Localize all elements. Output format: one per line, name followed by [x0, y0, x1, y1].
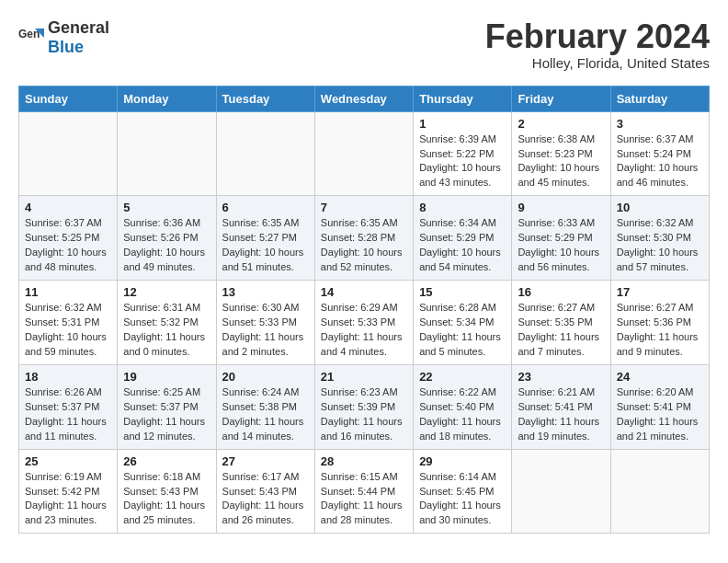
- day-detail: Sunrise: 6:31 AM Sunset: 5:32 PM Dayligh…: [123, 301, 210, 360]
- calendar-day-cell: 4Sunrise: 6:37 AM Sunset: 5:25 PM Daylig…: [19, 196, 118, 281]
- day-number: 28: [321, 454, 407, 468]
- day-number: 8: [419, 201, 506, 214]
- day-detail: Sunrise: 6:15 AM Sunset: 5:44 PM Dayligh…: [321, 470, 407, 529]
- calendar-day-cell: 20Sunrise: 6:24 AM Sunset: 5:38 PM Dayli…: [216, 364, 314, 449]
- calendar-day-cell: 1Sunrise: 6:39 AM Sunset: 5:22 PM Daylig…: [414, 111, 512, 196]
- day-detail: Sunrise: 6:27 AM Sunset: 5:36 PM Dayligh…: [617, 301, 703, 360]
- day-number: 26: [123, 454, 210, 468]
- calendar-week-row: 1Sunrise: 6:39 AM Sunset: 5:22 PM Daylig…: [19, 111, 710, 196]
- calendar-day-cell: 15Sunrise: 6:28 AM Sunset: 5:34 PM Dayli…: [414, 281, 512, 365]
- day-detail: Sunrise: 6:37 AM Sunset: 5:25 PM Dayligh…: [25, 216, 111, 275]
- day-detail: Sunrise: 6:17 AM Sunset: 5:43 PM Dayligh…: [222, 470, 309, 529]
- logo: Gen General Blue: [18, 18, 109, 57]
- calendar-weekday-thursday: Thursday: [414, 86, 512, 111]
- day-detail: Sunrise: 6:24 AM Sunset: 5:38 PM Dayligh…: [222, 385, 309, 444]
- day-detail: Sunrise: 6:35 AM Sunset: 5:28 PM Dayligh…: [321, 216, 407, 275]
- logo-icon: Gen: [18, 25, 44, 51]
- day-number: 4: [25, 201, 111, 214]
- day-number: 11: [25, 285, 111, 299]
- day-number: 15: [419, 285, 506, 299]
- calendar-day-cell: [19, 111, 118, 196]
- logo-blue: Blue: [48, 38, 84, 56]
- calendar-week-row: 11Sunrise: 6:32 AM Sunset: 5:31 PM Dayli…: [19, 281, 710, 365]
- day-number: 23: [518, 370, 604, 384]
- day-number: 7: [321, 201, 407, 214]
- calendar-day-cell: 3Sunrise: 6:37 AM Sunset: 5:24 PM Daylig…: [610, 111, 709, 196]
- day-detail: Sunrise: 6:28 AM Sunset: 5:34 PM Dayligh…: [419, 301, 506, 360]
- day-number: 17: [617, 285, 703, 299]
- day-detail: Sunrise: 6:30 AM Sunset: 5:33 PM Dayligh…: [222, 301, 309, 360]
- calendar-day-cell: 12Sunrise: 6:31 AM Sunset: 5:32 PM Dayli…: [118, 281, 216, 365]
- calendar-week-row: 4Sunrise: 6:37 AM Sunset: 5:25 PM Daylig…: [19, 196, 710, 281]
- day-detail: Sunrise: 6:19 AM Sunset: 5:42 PM Dayligh…: [25, 470, 111, 529]
- day-detail: Sunrise: 6:32 AM Sunset: 5:30 PM Dayligh…: [617, 216, 703, 275]
- day-detail: Sunrise: 6:22 AM Sunset: 5:40 PM Dayligh…: [419, 385, 506, 444]
- day-number: 27: [222, 454, 309, 468]
- main-title: February 2024: [485, 18, 710, 55]
- calendar-day-cell: 9Sunrise: 6:33 AM Sunset: 5:29 PM Daylig…: [512, 196, 610, 281]
- calendar-weekday-tuesday: Tuesday: [216, 86, 314, 111]
- day-detail: Sunrise: 6:29 AM Sunset: 5:33 PM Dayligh…: [321, 301, 407, 360]
- calendar-table: SundayMondayTuesdayWednesdayThursdayFrid…: [18, 86, 710, 534]
- day-number: 20: [222, 370, 309, 384]
- day-detail: Sunrise: 6:25 AM Sunset: 5:37 PM Dayligh…: [123, 385, 210, 444]
- calendar-weekday-monday: Monday: [118, 86, 216, 111]
- calendar-day-cell: [314, 111, 413, 196]
- day-detail: Sunrise: 6:34 AM Sunset: 5:29 PM Dayligh…: [419, 216, 506, 275]
- calendar-day-cell: 5Sunrise: 6:36 AM Sunset: 5:26 PM Daylig…: [118, 196, 216, 281]
- day-detail: Sunrise: 6:39 AM Sunset: 5:22 PM Dayligh…: [419, 132, 506, 191]
- calendar-day-cell: 25Sunrise: 6:19 AM Sunset: 5:42 PM Dayli…: [19, 449, 118, 534]
- day-number: 16: [518, 285, 604, 299]
- day-number: 22: [419, 370, 506, 384]
- calendar-day-cell: 2Sunrise: 6:38 AM Sunset: 5:23 PM Daylig…: [512, 111, 610, 196]
- calendar-day-cell: 14Sunrise: 6:29 AM Sunset: 5:33 PM Dayli…: [314, 281, 413, 365]
- calendar-day-cell: 26Sunrise: 6:18 AM Sunset: 5:43 PM Dayli…: [118, 449, 216, 534]
- calendar-day-cell: 29Sunrise: 6:14 AM Sunset: 5:45 PM Dayli…: [414, 449, 512, 534]
- day-number: 1: [419, 117, 506, 131]
- calendar-day-cell: 22Sunrise: 6:22 AM Sunset: 5:40 PM Dayli…: [414, 364, 512, 449]
- day-number: 14: [321, 285, 407, 299]
- day-number: 25: [25, 454, 111, 468]
- day-detail: Sunrise: 6:38 AM Sunset: 5:23 PM Dayligh…: [518, 132, 604, 191]
- day-number: 2: [518, 117, 604, 131]
- calendar-day-cell: 27Sunrise: 6:17 AM Sunset: 5:43 PM Dayli…: [216, 449, 314, 534]
- day-number: 5: [123, 201, 210, 214]
- calendar-day-cell: 7Sunrise: 6:35 AM Sunset: 5:28 PM Daylig…: [314, 196, 413, 281]
- day-detail: Sunrise: 6:20 AM Sunset: 5:41 PM Dayligh…: [617, 385, 703, 444]
- day-number: 18: [25, 370, 111, 384]
- day-detail: Sunrise: 6:37 AM Sunset: 5:24 PM Dayligh…: [617, 132, 703, 191]
- sub-title: Holley, Florida, United States: [485, 55, 710, 71]
- calendar-day-cell: 18Sunrise: 6:26 AM Sunset: 5:37 PM Dayli…: [19, 364, 118, 449]
- day-detail: Sunrise: 6:18 AM Sunset: 5:43 PM Dayligh…: [123, 470, 210, 529]
- calendar-day-cell: [610, 449, 709, 534]
- calendar-day-cell: 16Sunrise: 6:27 AM Sunset: 5:35 PM Dayli…: [512, 281, 610, 365]
- calendar-day-cell: 17Sunrise: 6:27 AM Sunset: 5:36 PM Dayli…: [610, 281, 709, 365]
- calendar-day-cell: [118, 111, 216, 196]
- calendar-body: 1Sunrise: 6:39 AM Sunset: 5:22 PM Daylig…: [19, 111, 710, 534]
- calendar-day-cell: 11Sunrise: 6:32 AM Sunset: 5:31 PM Dayli…: [19, 281, 118, 365]
- day-detail: Sunrise: 6:36 AM Sunset: 5:26 PM Dayligh…: [123, 216, 210, 275]
- calendar-day-cell: 10Sunrise: 6:32 AM Sunset: 5:30 PM Dayli…: [610, 196, 709, 281]
- day-number: 6: [222, 201, 309, 214]
- day-detail: Sunrise: 6:32 AM Sunset: 5:31 PM Dayligh…: [25, 301, 111, 360]
- calendar-weekday-wednesday: Wednesday: [314, 86, 413, 111]
- calendar-day-cell: [512, 449, 610, 534]
- logo-general: General: [48, 18, 109, 37]
- calendar-day-cell: 23Sunrise: 6:21 AM Sunset: 5:41 PM Dayli…: [512, 364, 610, 449]
- calendar-week-row: 18Sunrise: 6:26 AM Sunset: 5:37 PM Dayli…: [19, 364, 710, 449]
- day-number: 21: [321, 370, 407, 384]
- calendar-day-cell: 24Sunrise: 6:20 AM Sunset: 5:41 PM Dayli…: [610, 364, 709, 449]
- calendar-day-cell: 21Sunrise: 6:23 AM Sunset: 5:39 PM Dayli…: [314, 364, 413, 449]
- calendar-day-cell: 8Sunrise: 6:34 AM Sunset: 5:29 PM Daylig…: [414, 196, 512, 281]
- title-area: February 2024 Holley, Florida, United St…: [485, 18, 710, 71]
- day-detail: Sunrise: 6:26 AM Sunset: 5:37 PM Dayligh…: [25, 385, 111, 444]
- day-number: 13: [222, 285, 309, 299]
- day-detail: Sunrise: 6:23 AM Sunset: 5:39 PM Dayligh…: [321, 385, 407, 444]
- day-number: 29: [419, 454, 506, 468]
- calendar-weekday-saturday: Saturday: [610, 86, 709, 111]
- day-number: 12: [123, 285, 210, 299]
- day-number: 3: [617, 117, 703, 131]
- page-header: Gen General Blue February 2024 Holley, F…: [18, 18, 710, 71]
- calendar-day-cell: 19Sunrise: 6:25 AM Sunset: 5:37 PM Dayli…: [118, 364, 216, 449]
- day-number: 9: [518, 201, 604, 214]
